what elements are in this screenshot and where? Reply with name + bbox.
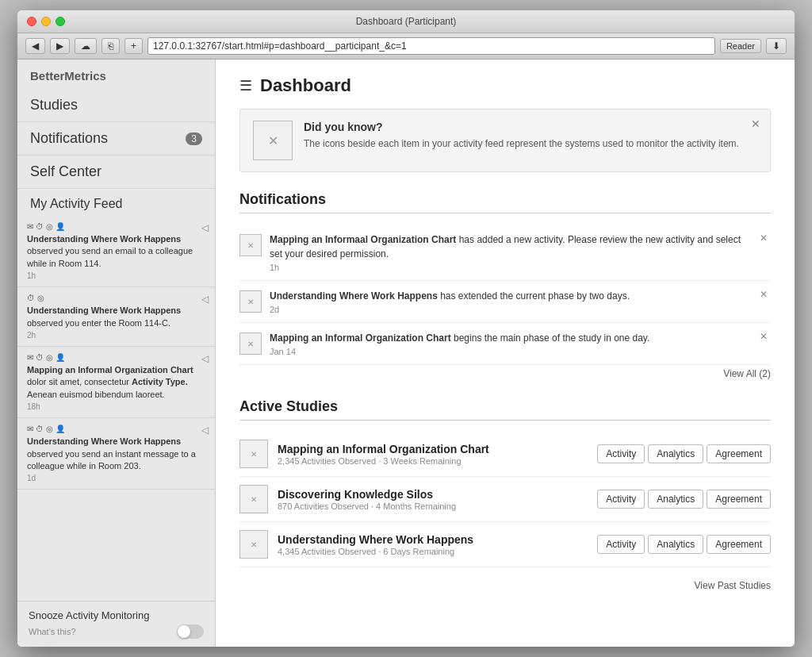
downloads-button[interactable]: ⬇ — [766, 38, 787, 54]
activity-arrow-icon[interactable]: ◁ — [201, 294, 209, 305]
notif-icon: ✕ — [239, 332, 262, 355]
banner-text: Did you know? The icons beside each item… — [304, 121, 739, 151]
notif-bold: Understanding Where Work Happens — [270, 290, 438, 302]
nav-bar: ◀ ▶ ☁ ⎗ + Reader ⬇ — [17, 33, 795, 60]
activity-icons: ✉ ⏱ ◎ 👤 — [27, 222, 205, 231]
study-activity-button[interactable]: Activity — [597, 535, 645, 554]
activity-arrow-icon[interactable]: ◁ — [201, 222, 209, 233]
study-name: Discovering Knowledge Silos — [278, 488, 588, 501]
study-placeholder-icon: ✕ — [251, 540, 257, 549]
activity-time: 2h — [27, 331, 205, 340]
study-meta: 4,345 Activities Observed · 6 Days Remai… — [278, 547, 588, 556]
study-agreement-button[interactable]: Agreement — [707, 535, 771, 554]
close-button[interactable] — [27, 17, 36, 26]
person-icon: 👤 — [56, 425, 65, 433]
activity-icons: ✉ ⏱ ◎ 👤 — [27, 425, 205, 433]
study-icon: ✕ — [239, 440, 268, 468]
study-placeholder-icon: ✕ — [251, 450, 257, 459]
minimize-button[interactable] — [41, 17, 51, 26]
study-agreement-button[interactable]: Agreement — [707, 444, 771, 463]
study-item: ✕ Understanding Where Work Happens 4,345… — [239, 522, 771, 567]
sidebar-item-self-center[interactable]: Self Center — [17, 156, 215, 189]
activity-icons: ✉ ⏱ ◎ 👤 — [27, 353, 205, 362]
add-tab-button[interactable]: + — [124, 38, 143, 54]
activity-arrow-icon[interactable]: ◁ — [201, 425, 209, 436]
address-bar[interactable] — [147, 37, 715, 55]
notifications-badge: 3 — [186, 133, 202, 145]
notification-list: ✕ Mapping an Informaal Organization Char… — [239, 225, 771, 379]
study-name: Understanding Where Work Happens — [278, 533, 588, 546]
brand-label: BetterMetrics — [17, 60, 215, 89]
sidebar-item-studies[interactable]: Studies — [17, 89, 215, 122]
snooze-label: Snooze Activity Monitoring — [29, 609, 204, 621]
notif-close-button[interactable]: ✕ — [756, 232, 771, 244]
activity-time: 1d — [27, 474, 205, 482]
snooze-what-this[interactable]: What's this? — [29, 627, 76, 636]
study-meta: 2,345 Activities Observed · 3 Weeks Rema… — [278, 456, 588, 466]
activity-text: Mapping an Informal Organization Chart d… — [27, 364, 205, 401]
window-title: Dashboard (Participant) — [356, 16, 457, 27]
list-item: ✉ ⏱ ◎ 👤 ◁ Understanding Where Work Happe… — [17, 216, 215, 287]
reader-button[interactable]: Reader — [720, 39, 761, 53]
study-agreement-button[interactable]: Agreement — [707, 490, 771, 509]
sidebar-notifications-label: Notifications — [30, 130, 108, 147]
activity-icons: ⏱ ◎ — [27, 294, 205, 302]
activity-feed-label: My Activity Feed — [17, 189, 215, 216]
active-studies-section-header: Active Studies — [239, 398, 771, 421]
notif-close-button[interactable]: ✕ — [756, 289, 771, 300]
back-button[interactable]: ◀ — [25, 38, 45, 54]
snooze-toggle[interactable] — [177, 624, 204, 639]
list-item: ✉ ⏱ ◎ 👤 ◁ Understanding Where Work Happe… — [17, 418, 215, 490]
forward-button[interactable]: ▶ — [50, 38, 70, 54]
notification-item: ✕ Mapping an Informaal Organization Char… — [239, 225, 771, 281]
study-analytics-button[interactable]: Analytics — [648, 444, 703, 463]
study-actions: Activity Analytics Agreement — [597, 490, 771, 509]
browser-window: Dashboard (Participant) ◀ ▶ ☁ ⎗ + Reader… — [17, 10, 795, 647]
activity-text: Understanding Where Work Happens observe… — [27, 233, 205, 270]
notif-text: Mapping an Informal Organization Chart b… — [270, 331, 749, 345]
person-icon: 👤 — [56, 353, 65, 362]
study-actions: Activity Analytics Agreement — [597, 535, 771, 554]
notif-time: 1h — [270, 263, 749, 272]
activity-arrow-icon[interactable]: ◁ — [201, 353, 209, 364]
study-info: Discovering Knowledge Silos 870 Activiti… — [278, 488, 588, 511]
banner-placeholder-icon: ✕ — [268, 133, 278, 148]
study-meta: 870 Activities Observed · 4 Months Remai… — [278, 501, 588, 511]
notif-placeholder-icon: ✕ — [247, 298, 254, 306]
title-bar: Dashboard (Participant) — [17, 10, 795, 33]
study-placeholder-icon: ✕ — [251, 495, 257, 504]
banner-heading: Did you know? — [304, 121, 739, 133]
notif-close-button[interactable]: ✕ — [756, 331, 771, 342]
activity-time: 1h — [27, 271, 205, 280]
view-past-studies[interactable]: View Past Studies — [239, 580, 771, 591]
person-icon: 👤 — [56, 222, 65, 231]
list-item: ⏱ ◎ ◁ Understanding Where Work Happens o… — [17, 287, 215, 347]
study-activity-button[interactable]: Activity — [597, 444, 645, 463]
study-analytics-button[interactable]: Analytics — [648, 490, 703, 509]
cloud-button[interactable]: ☁ — [75, 38, 97, 54]
hamburger-icon[interactable]: ☰ — [239, 77, 252, 94]
list-item: ✉ ⏱ ◎ 👤 ◁ Mapping an Informal Organizati… — [17, 347, 215, 418]
active-studies-title: Active Studies — [239, 398, 771, 420]
sidebar-item-notifications[interactable]: Notifications 3 — [17, 122, 215, 156]
clock-icon: ⏱ — [36, 222, 44, 231]
study-activity-button[interactable]: Activity — [597, 490, 645, 509]
traffic-lights — [27, 17, 65, 26]
study-info: Understanding Where Work Happens 4,345 A… — [278, 533, 588, 556]
toggle-knob — [178, 625, 190, 638]
notif-body: Understanding Where Work Happens has ext… — [270, 289, 749, 314]
banner-close-button[interactable]: ✕ — [751, 117, 760, 130]
location-icon: ◎ — [46, 222, 53, 231]
share-button[interactable]: ⎗ — [102, 38, 120, 54]
clock-icon: ⏱ — [27, 294, 35, 302]
notif-rest: begins the main phase of the study in on… — [451, 332, 650, 344]
study-item: ✕ Discovering Knowledge Silos 870 Activi… — [239, 477, 771, 522]
study-name: Mapping an Informal Organization Chart — [278, 443, 588, 455]
banner-icon: ✕ — [253, 121, 293, 160]
study-analytics-button[interactable]: Analytics — [648, 535, 703, 554]
maximize-button[interactable] — [56, 17, 65, 26]
studies-list: ✕ Mapping an Informal Organization Chart… — [239, 432, 771, 567]
notif-text: Understanding Where Work Happens has ext… — [270, 289, 749, 303]
view-all-notifications[interactable]: View All (2) — [239, 368, 771, 379]
sidebar-studies-label: Studies — [30, 97, 78, 113]
